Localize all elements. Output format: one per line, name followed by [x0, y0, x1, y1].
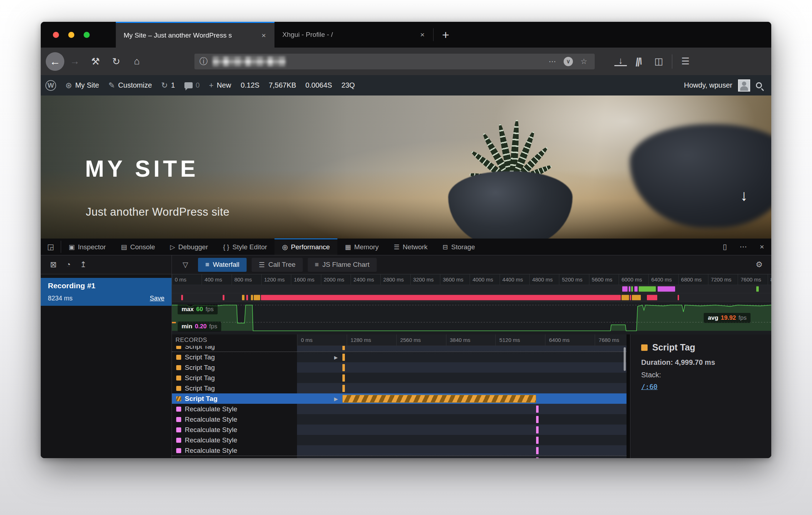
new-tab-button[interactable]: + — [434, 22, 458, 48]
waterfall-records: RECORDS 0 ms1280 ms2560 ms3840 ms5120 ms… — [172, 334, 627, 458]
wrench-icon[interactable]: ⚒ — [85, 56, 106, 67]
record-row-recalculate-style[interactable]: Recalculate Style — [172, 435, 627, 445]
wp-admin-bar: W ⊛ My Site ✎ Customize ↻ 1 0 + New — [41, 75, 771, 95]
recording-name: Recording #1 — [48, 281, 165, 290]
bookmark-star-icon[interactable]: ☆ — [578, 57, 590, 66]
record-color-chip — [176, 346, 181, 349]
wp-logo-menu[interactable]: W — [41, 75, 61, 95]
devtools-close-icon[interactable]: × — [753, 242, 771, 251]
overview-segment-red — [223, 295, 224, 300]
timeline-overview[interactable]: 0 ms400 ms800 ms1200 ms1600 ms2000 ms240… — [172, 274, 771, 334]
stack-frame-link[interactable]: /:60 — [641, 383, 658, 391]
record-row-recalculate-style[interactable]: Recalculate Style — [172, 404, 627, 414]
record-row-script-tag[interactable]: Script Tag — [172, 373, 627, 383]
element-picker-icon[interactable]: ◲ — [41, 239, 61, 255]
devtools-tab-inspector[interactable]: ▣Inspector — [61, 239, 113, 255]
forward-button[interactable]: → — [64, 56, 85, 67]
tab-xhgui[interactable]: Xhgui - Profile - / × — [274, 22, 433, 48]
record-label-cell: Recalculate Style — [172, 456, 297, 458]
site-info-icon[interactable]: ⓘ — [199, 56, 208, 67]
import-recording-icon[interactable]: ↥ — [80, 260, 86, 269]
record-label-cell: Script Tag — [172, 346, 297, 352]
wp-comments-menu[interactable]: 0 — [180, 75, 204, 95]
downloads-icon[interactable]: ↓ — [614, 57, 627, 66]
record-row-script-tag[interactable]: Script Tag▶ — [172, 352, 627, 362]
memory-icon: ▦ — [345, 243, 351, 251]
devtools-panel: ◲ ▣Inspector▤Console▷Debugger{ }Style Ed… — [41, 239, 771, 458]
record-row-recalculate-style[interactable]: Recalculate Style — [172, 425, 627, 435]
devtools-tab-performance[interactable]: ◎Performance — [274, 239, 337, 255]
pocket-icon[interactable]: ∨ — [564, 57, 573, 66]
search-icon[interactable] — [756, 82, 762, 88]
stack-label: Stack: — [641, 371, 771, 379]
reload-button[interactable]: ↻ — [106, 56, 127, 67]
hero-section: MY SITE Just another WordPress site ↓ — [41, 95, 771, 239]
devtools-tab-memory[interactable]: ▦Memory — [337, 239, 386, 255]
recording-list-item[interactable]: Recording #1 8234 ms Save — [41, 278, 172, 306]
howdy-label[interactable]: Howdy, wpuser — [684, 81, 732, 89]
stat-page-time: 0.12S — [241, 81, 259, 89]
wp-my-site-menu[interactable]: ⊛ My Site — [61, 75, 104, 95]
record-row-script-tag[interactable]: Script Tag — [172, 346, 627, 352]
wp-customize-menu[interactable]: ✎ Customize — [104, 75, 157, 95]
devtools-tab-storage[interactable]: ⊟Storage — [435, 239, 482, 255]
record-row-script-tag[interactable]: Script Tag▶ — [172, 393, 627, 404]
record-label-text: Recalculate Style — [185, 405, 237, 413]
devtools-tab-debugger[interactable]: ▷Debugger — [163, 239, 216, 255]
back-button[interactable]: ← — [46, 52, 64, 71]
expander-triangle-icon[interactable]: ▶ — [334, 396, 338, 401]
record-label-cell: Script Tag — [172, 352, 297, 362]
zoom-window-button[interactable] — [84, 32, 90, 38]
devtools-tab-label: Network — [403, 243, 428, 251]
tab-close-icon[interactable]: × — [259, 30, 268, 40]
record-row-recalculate-style[interactable]: Recalculate Style — [172, 445, 627, 456]
record-label-cell: Recalculate Style — [172, 435, 297, 445]
close-window-button[interactable] — [53, 32, 59, 38]
performance-toolbar: ⊠ ◔ ↥ ▽ ≡Waterfall☰Call Tree≡JS Flame Ch… — [41, 255, 771, 274]
record-row-recalculate-style[interactable]: Recalculate Style — [172, 414, 627, 425]
save-recording-link[interactable]: Save — [150, 295, 164, 302]
devtools-meta-buttons: ▯ ⋯ × — [716, 239, 771, 255]
scroll-down-arrow[interactable]: ↓ — [740, 187, 748, 204]
menu-hamburger-icon[interactable]: ☰ — [677, 56, 693, 67]
expander-triangle-icon[interactable]: ▶ — [334, 354, 338, 360]
view-button-call-tree[interactable]: ☰Call Tree — [252, 258, 303, 272]
sidebar-toggle-icon[interactable]: ◫ — [650, 56, 667, 67]
performance-settings-gear-icon[interactable]: ⚙ — [756, 260, 771, 269]
avg-fps-badge: avg 19.92 fps — [704, 313, 751, 323]
record-row-recalculate-style[interactable]: Recalculate Style — [172, 456, 627, 458]
view-switcher: ≡Waterfall☰Call Tree≡JS Flame Chart — [198, 258, 377, 272]
devtools-more-icon[interactable]: ⋯ — [734, 242, 753, 251]
wp-updates-menu[interactable]: ↻ 1 — [157, 75, 180, 95]
url-bar[interactable]: ⓘ ⋯ ∨ ☆ — [194, 54, 595, 69]
waterfall-marker — [536, 406, 539, 413]
toolbar-right-icons: ↓ ||\ ◫ ☰ — [614, 54, 694, 69]
home-button[interactable]: ⌂ — [127, 56, 147, 67]
query-monitor-stats[interactable]: 0.12S 7,567KB 0.0064S 23Q — [236, 81, 355, 89]
record-label-text: Script Tag — [185, 364, 215, 372]
minimize-window-button[interactable] — [68, 32, 74, 38]
devtools-tab-style-editor[interactable]: { }Style Editor — [216, 239, 274, 255]
overview-segment-orange — [242, 295, 244, 300]
library-icon[interactable]: ||\ — [631, 56, 646, 67]
responsive-mode-icon[interactable]: ▯ — [716, 242, 734, 251]
debugger-icon: ▷ — [170, 243, 175, 251]
record-performance-icon[interactable]: ◔ — [66, 260, 70, 269]
devtools-tab-network[interactable]: ☰Network — [386, 239, 435, 255]
records-scrollbar-thumb[interactable] — [624, 347, 626, 371]
view-button-waterfall[interactable]: ≡Waterfall — [198, 258, 246, 272]
record-label-cell: Recalculate Style — [172, 445, 297, 456]
wp-new-menu[interactable]: + New — [204, 75, 236, 95]
view-button-js-flame-chart[interactable]: ≡JS Flame Chart — [308, 258, 377, 272]
filter-icon[interactable]: ▽ — [172, 260, 198, 269]
record-row-script-tag[interactable]: Script Tag — [172, 383, 627, 393]
tab-close-icon[interactable]: × — [418, 30, 427, 40]
page-actions-icon[interactable]: ⋯ — [546, 57, 559, 66]
tab-my-site[interactable]: My Site – Just another WordPress s × — [116, 22, 274, 48]
overview-ruler-tick: 0 ms — [172, 274, 187, 285]
devtools-tab-console[interactable]: ▤Console — [113, 239, 163, 255]
clear-recordings-icon[interactable]: ⊠ — [50, 260, 56, 269]
network-icon: ☰ — [394, 243, 400, 251]
avatar[interactable] — [738, 79, 750, 92]
record-row-script-tag[interactable]: Script Tag — [172, 362, 627, 373]
